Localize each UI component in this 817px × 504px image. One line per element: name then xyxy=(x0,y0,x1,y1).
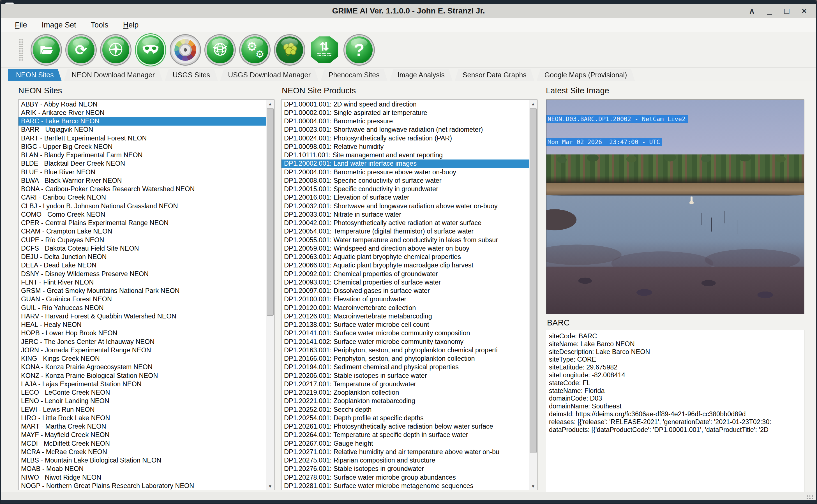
neon-sites-scrollbar[interactable]: ▲ ▼ xyxy=(266,100,274,490)
site-item-6[interactable]: BLAN - Blandy Experimental Farm NEON xyxy=(19,151,266,159)
menu-help[interactable]: Help xyxy=(117,19,145,31)
product-item-35[interactable]: DP1.20221.001: Zooplankton metabarcoding xyxy=(281,397,529,405)
site-item-34[interactable]: LECO - LeConte Creek NEON xyxy=(19,389,266,397)
menu-tools[interactable]: Tools xyxy=(85,19,115,31)
product-item-16[interactable]: DP1.20055.001: Water temperature and con… xyxy=(281,236,529,244)
site-item-14[interactable]: CPER - Central Plains Experimental Range… xyxy=(19,219,266,227)
product-item-17[interactable]: DP1.20059.001: Windspeed and direction a… xyxy=(281,244,529,253)
product-item-33[interactable]: DP1.20217.001: Temperature of groundwate… xyxy=(281,380,529,388)
product-item-5[interactable]: DP1.00098.001: Relative humidity xyxy=(281,142,529,151)
site-item-32[interactable]: KONZ - Konza Prairie Biological Station … xyxy=(19,371,266,380)
site-item-13[interactable]: COMO - Como Creek NEON xyxy=(19,210,266,219)
site-item-11[interactable]: CARI - Caribou Creek NEON xyxy=(19,193,266,202)
product-item-44[interactable]: DP1.20278.001: Surface water microbe gro… xyxy=(281,473,529,482)
site-item-23[interactable]: GUAN - Guánica Forest NEON xyxy=(19,295,266,304)
open-folder-button[interactable] xyxy=(33,36,60,63)
scroll-up-icon[interactable]: ▲ xyxy=(529,100,537,108)
neon-sites-scroll-thumb[interactable] xyxy=(267,108,274,316)
ai-brain-button[interactable] xyxy=(276,36,303,63)
product-item-40[interactable]: DP1.20267.001: Gauge height xyxy=(281,439,529,448)
site-item-4[interactable]: BART - Bartlett Experimental Forest NEON xyxy=(19,134,266,142)
product-item-36[interactable]: DP1.20252.001: Secchi depth xyxy=(281,405,529,414)
refresh-button[interactable]: ⟳ xyxy=(68,36,94,63)
site-item-44[interactable]: NIWO - Niwot Ridge NEON xyxy=(19,473,266,482)
tab-5[interactable]: Image Analysis xyxy=(390,69,453,81)
site-item-12[interactable]: CLBJ - Lyndon B. Johnson National Grassl… xyxy=(19,202,266,210)
product-item-10[interactable]: DP1.20015.001: Specific conductivity in … xyxy=(281,185,529,193)
site-item-24[interactable]: GUIL - Río Yahuecas NEON xyxy=(19,304,266,312)
product-item-22[interactable]: DP1.20097.001: Dissolved gases in surfac… xyxy=(281,287,529,295)
product-item-31[interactable]: DP1.20194.001: Sediment chemical and phy… xyxy=(281,363,529,371)
color-wheel-button[interactable] xyxy=(172,36,199,63)
site-metadata-box[interactable]: siteCode: BARCsiteName: Lake Barco NEONs… xyxy=(546,330,804,492)
product-item-6[interactable]: DP1.10111.001: Site management and event… xyxy=(281,151,529,159)
site-item-29[interactable]: JORN - Jornada Experimental Range NEON xyxy=(19,346,266,354)
product-item-28[interactable]: DP1.20141.002: Surface water microbe com… xyxy=(281,337,529,346)
site-item-1[interactable]: ARIK - Arikaree River NEON xyxy=(19,108,266,117)
tab-7[interactable]: Google Maps (Provisional) xyxy=(537,69,635,81)
product-item-27[interactable]: DP1.20141.001: Surface water microbe com… xyxy=(281,329,529,337)
site-item-31[interactable]: KONA - Konza Prairie Agroecosystem NEON xyxy=(19,363,266,371)
site-item-45[interactable]: NOGP - Northern Great Plains Research La… xyxy=(19,482,266,490)
tab-1[interactable]: NEON Download Manager xyxy=(64,69,163,81)
product-item-13[interactable]: DP1.20033.001: Nitrate in surface water xyxy=(281,210,529,219)
product-item-38[interactable]: DP1.20261.001: Photosynthetically active… xyxy=(281,422,529,431)
settings-button[interactable]: ⚙ ⚙ xyxy=(241,36,268,63)
site-item-20[interactable]: DSNY - Disney Wilderness Preserve NEON xyxy=(19,270,266,278)
product-item-0[interactable]: DP1.00001.001: 2D wind speed and directi… xyxy=(281,100,529,108)
scroll-down-icon[interactable]: ▼ xyxy=(266,482,274,490)
site-item-7[interactable]: BLDE - Blacktail Deer Creek NEON xyxy=(19,159,266,168)
tab-6[interactable]: Sensor Data Graphs xyxy=(455,69,534,81)
mask-button[interactable] xyxy=(137,35,164,64)
site-item-3[interactable]: BARR - Utqiaġvik NEON xyxy=(19,126,266,134)
product-item-11[interactable]: DP1.20016.001: Elevation of surface wate… xyxy=(281,193,529,202)
product-item-9[interactable]: DP1.20008.001: Specific conductivity of … xyxy=(281,176,529,185)
product-item-14[interactable]: DP1.20042.001: Photosynthetically active… xyxy=(281,219,529,227)
site-item-37[interactable]: LIRO - Little Rock Lake NEON xyxy=(19,414,266,422)
product-item-34[interactable]: DP1.20219.001: Zooplankton collection xyxy=(281,389,529,397)
site-item-22[interactable]: GRSM - Great Smoky Mountains National Pa… xyxy=(19,287,266,295)
product-item-3[interactable]: DP1.00023.001: Shortwave and longwave ra… xyxy=(281,126,529,134)
site-item-36[interactable]: LEWI - Lewis Run NEON xyxy=(19,405,266,414)
product-item-1[interactable]: DP1.00002.001: Single aspirated air temp… xyxy=(281,108,529,117)
maximize-button[interactable]: □ xyxy=(784,7,789,15)
product-item-2[interactable]: DP1.00004.001: Barometric pressure xyxy=(281,117,529,126)
product-item-19[interactable]: DP1.20066.001: Aquatic plant bryophyte m… xyxy=(281,261,529,270)
tab-3[interactable]: USGS Download Manager xyxy=(220,69,319,81)
compass-button[interactable] xyxy=(102,36,129,63)
product-item-30[interactable]: DP1.20166.001: Periphyton, seston, and p… xyxy=(281,355,529,363)
product-item-20[interactable]: DP1.20092.001: Chemical properties of gr… xyxy=(281,270,529,278)
product-item-18[interactable]: DP1.20063.001: Aquatic plant bryophyte c… xyxy=(281,253,529,261)
site-item-39[interactable]: MAYF - Mayfield Creek NEON xyxy=(19,431,266,439)
tab-2[interactable]: USGS Sites xyxy=(165,69,218,81)
site-item-19[interactable]: DELA - Dead Lake NEON xyxy=(19,261,266,270)
site-item-35[interactable]: LENO - Lenoir Landing NEON xyxy=(19,397,266,405)
product-item-12[interactable]: DP1.20032.001: Shortwave and longwave ra… xyxy=(281,202,529,210)
site-item-30[interactable]: KING - Kings Creek NEON xyxy=(19,355,266,363)
product-item-15[interactable]: DP1.20054.001: Temperature (digital ther… xyxy=(281,227,529,236)
globe-button[interactable] xyxy=(207,36,234,63)
product-item-39[interactable]: DP1.20264.001: Temperature at specific d… xyxy=(281,431,529,439)
products-scroll-thumb[interactable] xyxy=(530,108,537,453)
site-item-2[interactable]: BARC - Lake Barco NEON xyxy=(19,117,266,126)
site-item-0[interactable]: ABBY - Abby Road NEON xyxy=(19,100,266,108)
shade-button[interactable]: ∧ xyxy=(749,7,755,15)
site-item-25[interactable]: HARV - Harvard Forest & Quabbin Watershe… xyxy=(19,312,266,320)
site-item-26[interactable]: HEAL - Healy NEON xyxy=(19,321,266,329)
close-button[interactable]: × xyxy=(802,7,807,15)
menu-file[interactable]: File xyxy=(9,19,33,31)
product-item-43[interactable]: DP1.20276.001: Stable isotopes in ground… xyxy=(281,465,529,473)
product-item-4[interactable]: DP1.00024.001: Photosynthetically active… xyxy=(281,134,529,142)
minimize-button[interactable]: _ xyxy=(767,7,772,15)
product-item-45[interactable]: DP1.20281.001: Surface water microbe met… xyxy=(281,482,529,490)
tab-4[interactable]: Phenocam Sites xyxy=(321,69,387,81)
product-item-37[interactable]: DP1.20254.001: Depth profile at specific… xyxy=(281,414,529,422)
tab-0[interactable]: NEON Sites xyxy=(8,69,62,81)
product-item-21[interactable]: DP1.20093.001: Chemical properties of su… xyxy=(281,278,529,286)
site-item-43[interactable]: MOAB - Moab NEON xyxy=(19,465,266,473)
products-scrollbar[interactable]: ▲ ▼ xyxy=(529,100,537,490)
site-item-27[interactable]: HOPB - Lower Hop Brook NEON xyxy=(19,329,266,337)
product-item-26[interactable]: DP1.20138.001: Surface water microbe cel… xyxy=(281,321,529,329)
product-item-25[interactable]: DP1.20126.001: Macroinvertebrate metabar… xyxy=(281,312,529,320)
scroll-up-icon[interactable]: ▲ xyxy=(266,100,274,108)
